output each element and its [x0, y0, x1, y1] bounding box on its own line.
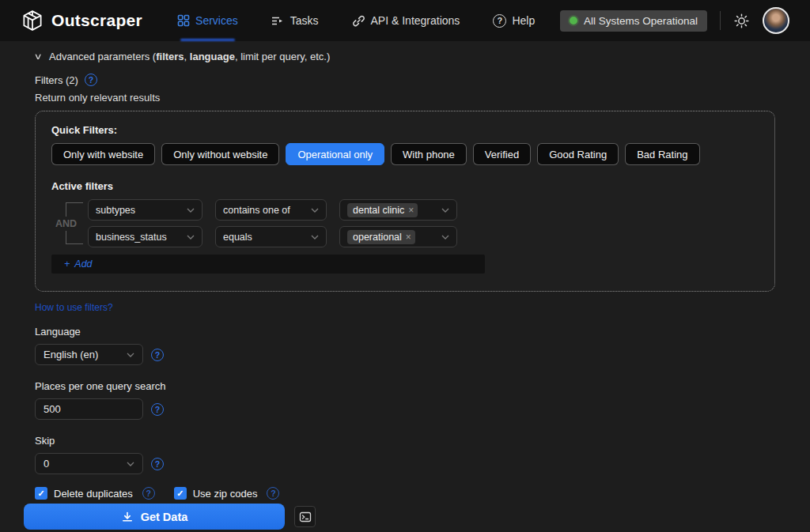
- filters-title: Filters (2): [35, 74, 78, 86]
- remove-tag-icon[interactable]: ×: [406, 232, 411, 243]
- nav-item-api-integrations[interactable]: API & Integrations: [352, 0, 460, 41]
- use-zip-codes-help-icon[interactable]: ?: [267, 487, 279, 500]
- language-help-icon[interactable]: ?: [151, 349, 164, 361]
- places-per-query-label: Places per one query search: [35, 380, 775, 392]
- delete-duplicates-label: Delete duplicates: [54, 488, 133, 500]
- theme-toggle-sun-icon[interactable]: [733, 13, 750, 29]
- filter-field-value: subtypes: [96, 205, 135, 216]
- main-content: ∨ Advanced parameters (filters, language…: [0, 41, 810, 530]
- skip-value: 0: [44, 458, 49, 470]
- use-zip-codes-label: Use zip codes: [193, 488, 258, 500]
- add-label: Add: [74, 258, 92, 270]
- language-select[interactable]: English (en): [35, 344, 143, 365]
- system-status-badge[interactable]: All Systems Operational: [560, 10, 707, 32]
- filter-row: business_status equals operational×: [88, 226, 457, 247]
- brand-logo[interactable]: Outscraper: [21, 9, 142, 32]
- help-circle-icon: ?: [493, 14, 506, 28]
- delete-duplicates-checkbox[interactable]: [35, 487, 47, 500]
- places-help-icon[interactable]: ?: [151, 403, 164, 416]
- chevron-down-icon: [187, 235, 195, 240]
- filters-title-row: Filters (2) ?: [35, 74, 775, 86]
- nav-item-tasks[interactable]: Tasks: [271, 0, 319, 41]
- filter-condition-value: equals: [223, 232, 252, 243]
- filter-condition-select[interactable]: equals: [215, 226, 327, 247]
- and-operator-bracket: AND: [51, 199, 88, 247]
- filter-row: subtypes contains one of dental clinic×: [88, 199, 457, 221]
- skip-label: Skip: [35, 435, 775, 447]
- filters-subtitle: Return only relevant results: [35, 92, 775, 104]
- nav-item-label: Tasks: [290, 14, 319, 27]
- get-data-button[interactable]: Get Data: [24, 504, 285, 530]
- chevron-down-icon: [311, 208, 319, 213]
- filter-field-value: business_status: [96, 232, 167, 243]
- skip-help-icon[interactable]: ?: [151, 458, 164, 470]
- brand-name: Outscraper: [51, 11, 142, 30]
- chevron-down-icon: [441, 235, 449, 240]
- places-per-query-row: 500 ?: [35, 398, 775, 420]
- cube-logo-icon: [21, 9, 44, 32]
- active-filters-label: Active filters: [51, 180, 759, 192]
- and-operator-label: AND: [53, 217, 79, 231]
- chevron-down-icon: ∨: [33, 51, 42, 62]
- quick-filter-bad-rating[interactable]: Bad Rating: [625, 143, 699, 165]
- get-data-label: Get Data: [141, 511, 188, 523]
- delete-duplicates-help-icon[interactable]: ?: [142, 487, 155, 500]
- nav-item-label: Services: [195, 14, 238, 27]
- quick-filter-good-rating[interactable]: Good Rating: [537, 143, 619, 165]
- tag-text: dental clinic: [353, 205, 404, 216]
- api-terminal-button[interactable]: [294, 506, 316, 527]
- filter-value-select[interactable]: dental clinic×: [339, 199, 457, 221]
- advanced-parameters-title: Advanced parameters (filters, language, …: [49, 51, 330, 62]
- status-green-dot: [570, 17, 577, 25]
- chevron-down-icon: [187, 208, 195, 213]
- use-zip-codes-checkbox[interactable]: [174, 487, 187, 500]
- user-avatar[interactable]: [763, 7, 789, 34]
- quick-filter-verified[interactable]: Verified: [473, 143, 531, 165]
- filter-condition-select[interactable]: contains one of: [215, 199, 327, 221]
- quick-filter-with-phone[interactable]: With phone: [391, 143, 467, 165]
- nav-right-cluster: All Systems Operational: [560, 7, 789, 34]
- filter-condition-value: contains one of: [223, 205, 290, 216]
- filter-field-select[interactable]: business_status: [88, 226, 202, 247]
- nav-item-help[interactable]: ? Help: [493, 0, 535, 41]
- filter-value-select[interactable]: operational×: [339, 226, 457, 247]
- action-row: Get Data: [24, 504, 775, 530]
- terminal-icon: [299, 511, 312, 523]
- advanced-parameters-toggle[interactable]: ∨ Advanced parameters (filters, language…: [35, 51, 775, 62]
- chevron-down-icon: [127, 462, 134, 466]
- nav-menu: Services Tasks API & Integrations: [177, 0, 535, 41]
- filter-field-select[interactable]: subtypes: [88, 199, 202, 221]
- skip-row: 0 ?: [35, 453, 775, 474]
- add-filter-bar: +Add: [51, 255, 485, 274]
- quick-filter-only-without-website[interactable]: Only without website: [161, 143, 279, 165]
- chevron-down-icon: [127, 353, 134, 357]
- top-navbar: Outscraper Services Tasks: [0, 0, 810, 41]
- skip-select[interactable]: 0: [35, 453, 143, 474]
- places-per-query-input[interactable]: 500: [35, 398, 143, 420]
- plus-icon: +: [64, 258, 70, 270]
- quick-filter-operational-only[interactable]: Operational only: [286, 143, 384, 165]
- filter-value-tag: operational×: [347, 230, 415, 244]
- active-filters-area: AND subtypes contains one of dental clin…: [51, 199, 759, 247]
- task-list-icon: [271, 15, 285, 27]
- nav-item-services[interactable]: Services: [177, 0, 238, 41]
- remove-tag-icon[interactable]: ×: [408, 205, 414, 216]
- filter-rows: subtypes contains one of dental clinic× …: [88, 199, 457, 247]
- filters-panel: Quick Filters: Only with website Only wi…: [35, 111, 775, 292]
- quick-filter-only-with-website[interactable]: Only with website: [51, 143, 155, 165]
- nav-divider: [720, 11, 721, 30]
- download-icon: [121, 511, 134, 523]
- chevron-down-icon: [311, 235, 319, 240]
- filters-help-icon[interactable]: ?: [85, 74, 97, 86]
- filter-value-tag: dental clinic×: [347, 203, 418, 217]
- add-filter-button[interactable]: +Add: [64, 258, 93, 270]
- tag-text: operational: [353, 232, 402, 243]
- link-icon: [352, 14, 365, 28]
- how-to-use-filters-link[interactable]: How to use filters?: [35, 302, 113, 313]
- nav-item-label: API & Integrations: [371, 14, 460, 27]
- language-label: Language: [35, 326, 775, 338]
- nav-item-label: Help: [512, 14, 535, 27]
- places-per-query-value: 500: [44, 403, 61, 415]
- quick-filters-row: Only with website Only without website O…: [51, 143, 759, 165]
- language-value: English (en): [44, 349, 98, 360]
